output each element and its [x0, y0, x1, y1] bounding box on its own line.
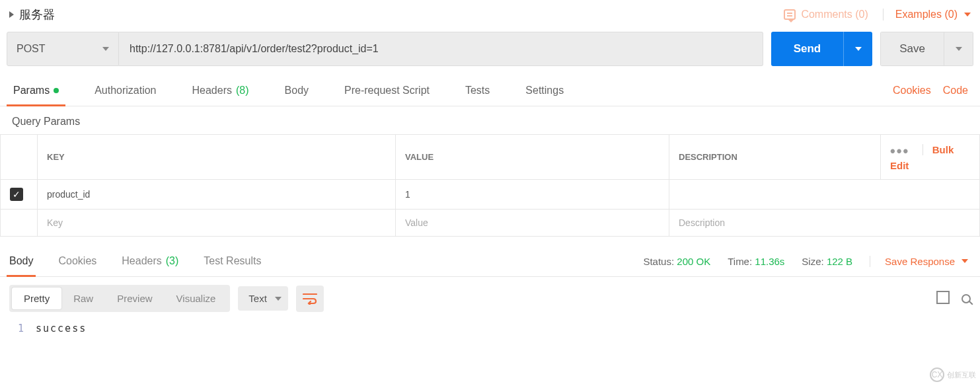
- http-method-select[interactable]: POST: [7, 32, 119, 66]
- examples-dropdown[interactable]: Examples (0): [883, 9, 971, 20]
- resp-tab-headers-label: Headers: [122, 255, 161, 267]
- comment-icon: [784, 9, 796, 20]
- save-dropdown[interactable]: [944, 32, 973, 66]
- status-meta: Status: 200 OK: [643, 256, 710, 267]
- line-number: 1: [9, 323, 36, 334]
- chevron-down-icon: [102, 47, 109, 51]
- comments-link[interactable]: Comments (0): [784, 9, 868, 20]
- save-response-dropdown[interactable]: Save Response: [870, 256, 968, 267]
- status-value: 200 OK: [677, 256, 710, 267]
- tab-authorization[interactable]: Authorization: [88, 75, 163, 106]
- status-label: Status:: [643, 256, 674, 267]
- chevron-down-icon: [964, 13, 971, 17]
- send-button[interactable]: Send: [771, 32, 844, 66]
- send-dropdown[interactable]: [843, 32, 872, 66]
- param-description-input[interactable]: Description: [669, 210, 980, 237]
- size-value: 122 B: [827, 256, 852, 267]
- view-pretty[interactable]: Pretty: [12, 288, 61, 309]
- chevron-down-icon: [855, 47, 862, 51]
- request-url-value: http://127.0.0.1:8781/api/v1/order/test2…: [130, 43, 379, 55]
- col-header-description: DESCRIPTION: [669, 135, 881, 180]
- size-meta: Size: 122 B: [802, 256, 852, 267]
- save-label: Save: [899, 42, 925, 56]
- params-modified-indicator-icon: [54, 88, 59, 93]
- tab-body[interactable]: Body: [278, 75, 315, 106]
- tab-settings[interactable]: Settings: [519, 75, 570, 106]
- view-visualize[interactable]: Visualize: [165, 288, 228, 309]
- query-params-title: Query Params: [0, 106, 980, 134]
- param-value-input[interactable]: 1: [395, 180, 669, 210]
- time-meta: Time: 11.36s: [728, 256, 784, 267]
- chevron-down-icon: [275, 297, 282, 301]
- param-description-input[interactable]: [669, 180, 980, 210]
- chevron-down-icon: [956, 47, 962, 51]
- tab-authorization-label: Authorization: [94, 85, 156, 96]
- tab-params-label: Params: [13, 85, 50, 96]
- col-header-value: VALUE: [395, 135, 669, 180]
- col-header-key: KEY: [38, 135, 396, 180]
- chevron-down-icon: [961, 259, 968, 263]
- row-checkbox-empty[interactable]: [1, 210, 38, 237]
- request-name: 服务器: [19, 7, 55, 22]
- search-icon: [961, 294, 971, 303]
- response-body-editor[interactable]: 1 success: [0, 320, 980, 341]
- col-header-checkbox: [1, 135, 38, 180]
- view-preview[interactable]: Preview: [105, 288, 164, 309]
- resp-tab-cookies[interactable]: Cookies: [56, 246, 99, 276]
- tab-params[interactable]: Params: [7, 75, 65, 106]
- save-response-label: Save Response: [885, 256, 955, 267]
- param-value-input[interactable]: Value: [395, 210, 669, 237]
- cookies-link[interactable]: Cookies: [893, 85, 931, 96]
- row-checkbox[interactable]: ✓: [10, 188, 23, 201]
- more-options-icon[interactable]: •••: [890, 143, 909, 159]
- search-response-button[interactable]: [961, 294, 971, 303]
- time-label: Time:: [728, 256, 752, 267]
- copy-response-button[interactable]: [939, 293, 950, 304]
- size-label: Size:: [802, 256, 823, 267]
- wrap-lines-button[interactable]: [296, 286, 324, 312]
- content-type-select[interactable]: Text: [238, 286, 288, 311]
- tab-tests-label: Tests: [465, 85, 490, 96]
- resp-headers-count: (3): [166, 255, 179, 267]
- content-type-label: Text: [248, 293, 267, 304]
- tab-headers[interactable]: Headers (8): [186, 75, 256, 106]
- comments-label: Comments (0): [801, 9, 868, 20]
- resp-tab-headers[interactable]: Headers (3): [119, 246, 181, 276]
- param-key-input[interactable]: Key: [38, 210, 396, 237]
- time-value: 11.36s: [755, 256, 784, 267]
- resp-tab-testresults-label: Test Results: [204, 255, 261, 267]
- resp-tab-body[interactable]: Body: [7, 246, 36, 276]
- tab-headers-label: Headers: [192, 85, 232, 96]
- send-label: Send: [794, 42, 821, 56]
- query-params-table: KEY VALUE DESCRIPTION ••• Bulk Edit ✓ pr…: [0, 134, 980, 237]
- examples-label: Examples (0): [895, 9, 958, 20]
- tab-prerequest[interactable]: Pre-request Script: [338, 75, 436, 106]
- view-raw[interactable]: Raw: [61, 288, 105, 309]
- param-key-input[interactable]: product_id: [38, 180, 396, 210]
- response-line-text: success: [36, 323, 87, 334]
- expand-request-icon[interactable]: [9, 11, 14, 18]
- tab-tests[interactable]: Tests: [459, 75, 496, 106]
- tab-body-label: Body: [285, 85, 309, 96]
- request-url-input[interactable]: http://127.0.0.1:8781/api/v1/order/test2…: [119, 32, 763, 66]
- resp-tab-test-results[interactable]: Test Results: [201, 246, 264, 276]
- body-view-mode-group: Pretty Raw Preview Visualize: [9, 285, 230, 312]
- http-method-label: POST: [17, 43, 46, 55]
- wrap-lines-icon: [303, 293, 317, 305]
- tab-settings-label: Settings: [525, 85, 564, 96]
- headers-count: (8): [236, 85, 249, 96]
- table-row-new: Key Value Description: [1, 210, 980, 237]
- copy-icon: [939, 293, 950, 304]
- code-link[interactable]: Code: [943, 85, 968, 96]
- table-row: ✓ product_id 1: [1, 180, 980, 210]
- tab-prerequest-label: Pre-request Script: [344, 85, 430, 96]
- resp-tab-body-label: Body: [9, 255, 33, 267]
- save-button[interactable]: Save: [880, 32, 944, 66]
- resp-tab-cookies-label: Cookies: [58, 255, 96, 267]
